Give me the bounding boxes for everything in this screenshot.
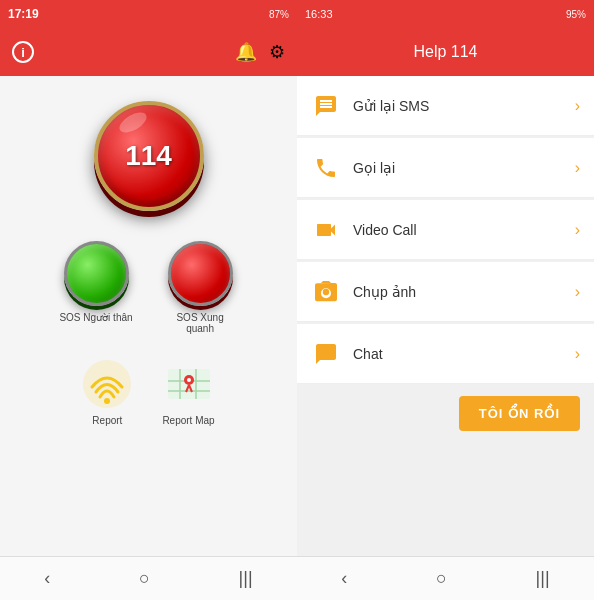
right-header-title: Help 114 xyxy=(413,43,477,61)
sos-green-button[interactable] xyxy=(64,241,129,306)
right-bottom-nav: ‹ ○ ||| xyxy=(297,556,594,600)
toi-on-roi-button[interactable]: TÔI ỔN RỒI xyxy=(459,396,580,431)
info-button[interactable]: i xyxy=(12,41,34,63)
right-recent-button[interactable]: ||| xyxy=(520,560,566,597)
video-arrow-icon: › xyxy=(575,221,580,239)
photo-arrow-icon: › xyxy=(575,283,580,301)
wifi-report-icon[interactable] xyxy=(82,359,132,409)
right-battery: 95% xyxy=(566,9,586,20)
left-status-bar: 17:19 87% xyxy=(0,0,297,28)
sos-relative-label: SOS Người thân xyxy=(59,312,132,323)
right-content: Gửi lại SMS › Gọi lại › Video Call › xyxy=(297,76,594,556)
menu-item-sms[interactable]: Gửi lại SMS › xyxy=(297,76,594,136)
video-icon xyxy=(311,215,341,245)
chat-label: Chat xyxy=(353,346,575,362)
right-panel: 16:33 95% Help 114 Gửi lại SMS › xyxy=(297,0,594,600)
report-wifi-item: Report xyxy=(82,359,132,426)
button-114[interactable]: 114 xyxy=(94,101,204,211)
left-bottom-nav: ‹ ○ ||| xyxy=(0,556,297,600)
button-114-label: 114 xyxy=(125,140,172,172)
left-header-icons: 🔔 ⚙ xyxy=(235,41,285,63)
left-back-button[interactable]: ‹ xyxy=(28,560,66,597)
menu-item-photo[interactable]: Chụp ảnh › xyxy=(297,262,594,322)
call-label: Gọi lại xyxy=(353,160,575,176)
menu-item-chat[interactable]: Chat › xyxy=(297,324,594,384)
left-time: 17:19 xyxy=(8,7,39,21)
report-label: Report xyxy=(92,415,122,426)
sos-around-label: SOS Xung quanh xyxy=(163,312,238,334)
right-header: Help 114 xyxy=(297,28,594,76)
left-header: i 🔔 ⚙ xyxy=(0,28,297,76)
sms-icon xyxy=(311,91,341,121)
report-map-item: Report Map xyxy=(162,359,214,426)
chat-arrow-icon: › xyxy=(575,345,580,363)
left-recent-button[interactable]: ||| xyxy=(223,560,269,597)
camera-icon xyxy=(311,277,341,307)
photo-label: Chụp ảnh xyxy=(353,284,575,300)
bell-icon[interactable]: 🔔 xyxy=(235,41,257,63)
sos-item-relative: SOS Người thân xyxy=(59,241,132,323)
left-content: 114 SOS Người thân SOS Xung quanh xyxy=(0,76,297,556)
report-map-label: Report Map xyxy=(162,415,214,426)
report-row: Report Report Map xyxy=(82,359,214,426)
left-battery: 87% xyxy=(269,9,289,20)
video-label: Video Call xyxy=(353,222,575,238)
chat-icon xyxy=(311,339,341,369)
map-report-icon[interactable] xyxy=(164,359,214,409)
menu-item-call[interactable]: Gọi lại › xyxy=(297,138,594,198)
phone-icon xyxy=(311,153,341,183)
sos-item-around: SOS Xung quanh xyxy=(163,241,238,334)
right-back-button[interactable]: ‹ xyxy=(325,560,363,597)
right-time: 16:33 xyxy=(305,8,333,20)
bottom-button-area: TÔI ỔN RỒI xyxy=(297,386,594,441)
sos-row: SOS Người thân SOS Xung quanh xyxy=(59,241,237,334)
svg-point-1 xyxy=(104,398,110,404)
menu-item-video[interactable]: Video Call › xyxy=(297,200,594,260)
sms-label: Gửi lại SMS xyxy=(353,98,575,114)
left-panel: 17:19 87% i 🔔 ⚙ 114 SOS Người thân SOS xyxy=(0,0,297,600)
right-status-bar: 16:33 95% xyxy=(297,0,594,28)
call-arrow-icon: › xyxy=(575,159,580,177)
right-home-button[interactable]: ○ xyxy=(420,560,463,597)
svg-point-8 xyxy=(187,378,191,382)
sos-red-button[interactable] xyxy=(168,241,233,306)
sms-arrow-icon: › xyxy=(575,97,580,115)
left-status-icons: 87% xyxy=(269,9,289,20)
gear-icon[interactable]: ⚙ xyxy=(269,41,285,63)
right-status-icons: 95% xyxy=(566,9,586,20)
left-home-button[interactable]: ○ xyxy=(123,560,166,597)
